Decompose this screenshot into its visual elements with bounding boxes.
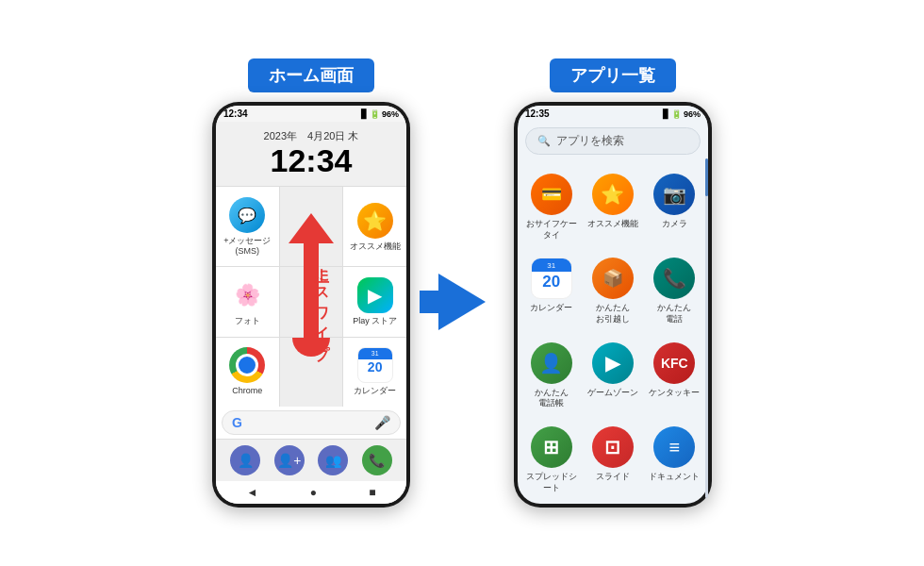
app-label-tel-cho: かんたん電話帳	[535, 388, 569, 409]
app-label-photos: フォト	[235, 316, 260, 326]
applist-phone-screen: 12:35 ▊ 🔋 96% 🔍 アプリを検索 💳 お	[518, 106, 708, 504]
home-button[interactable]: ●	[310, 486, 317, 499]
search-placeholder: アプリを検索	[556, 133, 624, 149]
battery-icon: 🔋	[370, 109, 380, 119]
calendar-list-icon: 31 20	[531, 258, 572, 299]
camera-icon: 📷	[653, 174, 695, 215]
cal-top: 31	[358, 348, 392, 359]
app-item-osaifu[interactable]: 💳 おサイフケータイ	[521, 166, 581, 248]
home-phone-screen: 12:34 ▊ 🔋 96% 2023年 4月20日 木 12:34 💬	[216, 106, 406, 504]
app-item-drive[interactable]: 🔺 ドライブ	[521, 504, 581, 505]
app-cell-empty1	[280, 187, 343, 266]
app-cell-calendar[interactable]: 31 20 カレンダー	[343, 338, 406, 407]
spread-icon: ⊞	[531, 426, 572, 468]
app-item-osusume[interactable]: ⭐ オススメ機能	[583, 166, 642, 248]
app-label-doc: ドキュメント	[649, 472, 700, 483]
kantan-tel-icon: 📞	[653, 258, 695, 299]
app-item-kantan-tel[interactable]: 📞 かんたん電話	[645, 250, 704, 332]
home-time: 12:34	[223, 143, 399, 178]
app-label-kantan-tel: かんたん電話	[657, 303, 691, 325]
app-label-osaifu: おサイフケータイ	[525, 219, 577, 241]
home-status-time: 12:34	[223, 108, 248, 119]
app-list-grid: 💳 おサイフケータイ ⭐ オススメ機能 📷 カメラ	[518, 160, 708, 504]
app-item-game[interactable]: ▶ ゲームゾーン	[583, 335, 642, 417]
doc-icon: ≡	[653, 426, 695, 468]
hikoshi-icon: 📦	[592, 258, 634, 299]
app-label-calendar-list: カレンダー	[530, 303, 572, 314]
applist-section: アプリ一覧 12:35 ▊ 🔋 96% 🔍 アプリを検索	[514, 58, 712, 508]
osusume-icon: ⭐	[357, 203, 393, 239]
dock-phone-icon[interactable]: 📞	[362, 445, 392, 475]
app-label-osusume: オススメ機能	[350, 241, 401, 252]
back-button[interactable]: ◄	[247, 486, 258, 499]
tel-cho-icon: 👤	[531, 342, 572, 384]
applist-battery-icon: 🔋	[671, 109, 682, 119]
app-item-hikoshi[interactable]: 📦 かんたんお引越し	[583, 250, 642, 332]
scroll-indicator	[705, 158, 708, 498]
app-item-news[interactable]: S ニュース	[583, 504, 642, 505]
home-title: ホーム画面	[248, 58, 374, 92]
kfc-icon: KFC	[653, 342, 695, 384]
home-status-icons: ▊ 🔋 96%	[361, 109, 399, 119]
home-nav-bar: ◄ ● ■	[216, 481, 406, 504]
app-search-bar[interactable]: 🔍 アプリを検索	[525, 127, 701, 155]
home-date: 2023年 4月20日 木	[223, 129, 399, 143]
app-label-hikoshi: かんたんお引越し	[596, 303, 630, 325]
home-dock: 👤 👤+ 👥 📞	[216, 439, 406, 481]
app-label-calendar: カレンダー	[354, 386, 396, 396]
chrome-icon	[229, 347, 265, 383]
app-cell-playstore[interactable]: ▶ Play ストア	[343, 267, 406, 336]
right-arrow-icon	[438, 274, 486, 330]
mic-icon: 🎤	[374, 415, 390, 430]
applist-phone-frame: 12:35 ▊ 🔋 96% 🔍 アプリを検索 💳 お	[514, 102, 712, 508]
app-item-doc[interactable]: ≡ ドキュメント	[645, 419, 704, 501]
search-icon: 🔍	[537, 135, 551, 147]
dock-contacts2-icon[interactable]: 👥	[318, 445, 348, 475]
applist-status-icons: ▊ 🔋 96%	[663, 109, 701, 119]
app-cell-empty3	[280, 338, 343, 407]
applist-status-time: 12:35	[525, 108, 550, 119]
app-item-calendar-list[interactable]: 31 20 カレンダー	[521, 250, 581, 332]
app-label-game: ゲームゾーン	[587, 388, 638, 399]
app-item-spread[interactable]: ⊞ スプレッドシート	[521, 419, 581, 501]
home-phone-frame: 12:34 ▊ 🔋 96% 2023年 4月20日 木 12:34 💬	[212, 102, 410, 508]
messages-icon: 💬	[229, 197, 265, 233]
google-g-icon: G	[232, 415, 242, 430]
app-label-spread: スプレッドシート	[525, 472, 577, 493]
osusume-list-icon: ⭐	[592, 174, 634, 215]
dock-contacts-icon[interactable]: 👤	[230, 445, 260, 475]
home-search-bar[interactable]: G 🎤	[222, 410, 401, 435]
app-item-kfc[interactable]: KFC ケンタッキー	[645, 335, 704, 417]
app-cell-photos[interactable]: 🌸 フォト	[216, 267, 279, 336]
app-item-camera[interactable]: 📷 カメラ	[645, 166, 704, 248]
playstore-icon: ▶	[357, 277, 393, 313]
app-label-chrome: Chrome	[232, 386, 262, 396]
app-label-kfc: ケンタッキー	[649, 388, 700, 399]
app-cell-messages[interactable]: 💬 +メッセージ(SMS)	[216, 187, 279, 266]
app-item-slide[interactable]: ⊡ スライド	[583, 419, 642, 501]
app-label-playstore: Play ストア	[353, 316, 397, 326]
cal-top-lg: 31	[532, 258, 571, 272]
recents-button[interactable]: ■	[369, 486, 375, 499]
app-cell-osusume[interactable]: ⭐ オススメ機能	[343, 187, 406, 266]
app-label-camera: カメラ	[662, 219, 687, 230]
applist-signal-icon: ▊	[663, 109, 669, 119]
photos-icon: 🌸	[229, 277, 265, 313]
app-label-messages: +メッセージ(SMS)	[220, 236, 275, 257]
app-item-photos-list[interactable]: 🌸 フォト	[645, 504, 704, 505]
slide-icon: ⊡	[592, 426, 634, 468]
app-item-tel-cho[interactable]: 👤 かんたん電話帳	[521, 335, 581, 417]
osaifu-icon: 💳	[531, 174, 572, 215]
cal-day-lg: 20	[542, 272, 560, 290]
applist-title: アプリ一覧	[550, 58, 676, 92]
applist-battery-pct: 96%	[684, 109, 701, 119]
dock-add-contact-icon[interactable]: 👤+	[274, 445, 305, 475]
game-icon: ▶	[592, 342, 634, 384]
home-status-bar: 12:34 ▊ 🔋 96%	[216, 106, 406, 122]
home-section: ホーム画面 12:34 ▊ 🔋 96% 2023年 4月20日 木 12:34	[212, 58, 410, 508]
app-cell-empty2	[280, 267, 343, 336]
direction-arrow	[438, 274, 486, 330]
home-battery-pct: 96%	[382, 109, 399, 119]
app-cell-chrome[interactable]: Chrome	[216, 338, 279, 407]
app-label-slide: スライド	[596, 472, 630, 483]
